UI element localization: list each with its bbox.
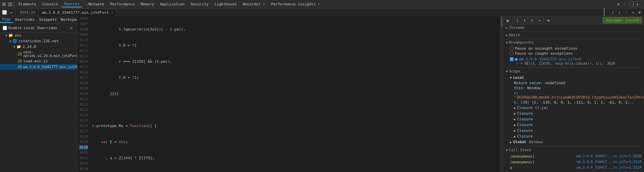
code-line-3614: , a = Z[144] * Z[379];	[92, 156, 500, 161]
closure-2-label: Closure	[517, 117, 532, 121]
global-arrow: ▶	[510, 140, 512, 144]
scope-this: this: Window	[514, 85, 641, 91]
more-options-icon[interactable]: ⋮	[622, 2, 627, 7]
breakpoints-section-header[interactable]: ▼ Breakpoints	[506, 40, 641, 45]
svg-rect-3	[8, 2, 10, 6]
bp-uncaught[interactable]: Pause on uncaught exceptions	[510, 46, 641, 51]
closure-rja-header[interactable]: ▶ Closure (r.ja)	[514, 105, 641, 111]
main-layout: Page Overrides Snippets Workspace >> + E…	[0, 16, 644, 172]
tree-load-min[interactable]: JS load.min.js	[0, 58, 77, 64]
js-file-icon: JS	[17, 59, 22, 63]
vertical-scrollbar[interactable]	[500, 16, 503, 172]
cb-caught[interactable]	[510, 52, 514, 55]
local-scope-header[interactable]: ▼ Local	[510, 75, 641, 80]
callstack-item-3[interactable]: (anonymous) wm.3.0.0_33d417...	[510, 171, 641, 172]
file-tab-bar: ⬜ ⇔ Init.js wm.3.0.0_33d41777.min.js%3Fv…	[0, 9, 644, 16]
callstack-item-1[interactable]: (anonymous) wm.3.0.0_33d417...in.js?v=1:…	[510, 159, 641, 165]
callstack-arrow: ▼	[506, 149, 508, 152]
step-out-icon[interactable]: ⬆	[529, 17, 535, 23]
closure-1-header[interactable]: ▶ Closure	[514, 111, 641, 116]
step-over-debug-icon[interactable]: ⤵	[514, 17, 520, 23]
local-label: Local	[513, 75, 524, 80]
callstack-item-0[interactable]: (anonymous) wm.3.0.0_33d417...in.js?v=1:…	[510, 154, 641, 159]
callstack-item-2[interactable]: a wm.3.0.0_33d417...in.js?v=1:1524	[510, 165, 641, 171]
scope-r-val: "JNJPObG9BLdmhE6.htjnjpGWk8CDPZBlQ.CXpgA…	[514, 95, 644, 100]
tab-lighthouse[interactable]: Lighthouse	[212, 1, 239, 7]
scrollbar-thumb[interactable]	[501, 17, 502, 27]
closure-3-header[interactable]: ▶ Closure	[514, 122, 641, 128]
divider	[506, 67, 641, 68]
bp-arrow: ▼	[506, 41, 508, 44]
enable-local-overrides-checkbox[interactable]	[3, 26, 7, 30]
add-breakpoint-icon[interactable]: ⊕	[637, 9, 643, 15]
sidebar-tab-workspace[interactable]: Workspace	[59, 17, 77, 22]
closure-1-label: Closure	[517, 111, 532, 116]
tab-wm-min-js[interactable]: wm.3.0.0_33d41777.min.js%3Fv=1 ✕	[39, 9, 116, 16]
tab-close-icon[interactable]: ✕	[111, 11, 113, 14]
bp-file-label[interactable]: wm.3.0.0_33d41777.min.js?v=1	[519, 57, 581, 61]
deactivate-bp-icon[interactable]: ⊕	[546, 17, 552, 23]
local-arrow: ▼	[510, 76, 512, 79]
tab-console[interactable]: Console	[40, 1, 61, 7]
format-icon[interactable]: { }	[603, 9, 609, 15]
overrides-settings-icon[interactable]: ↻	[68, 25, 74, 31]
step-icon[interactable]: →	[536, 17, 542, 23]
prev-occurrence-icon[interactable]: ↑	[610, 9, 616, 15]
tab-performance[interactable]: Performance	[108, 1, 137, 7]
scope-arrow: ▼	[506, 70, 508, 73]
tree-label: cstaticdun.126.net	[18, 39, 58, 43]
closure-2-header[interactable]: ▶ Closure	[514, 116, 641, 122]
local-scope-items: Return value: undefined this: Window r: …	[510, 80, 641, 139]
panel-layout-icon[interactable]	[7, 2, 13, 7]
tree-label: 2.24.0	[23, 45, 36, 49]
enable-local-overrides-row: Enable Local Overrides ↻	[0, 23, 77, 33]
toggle-sidebar-icon[interactable]: ⬜	[1, 9, 7, 15]
code-line-3606: t.lqa(error(n[3e5])) - t.pa(),	[92, 27, 500, 32]
callstack-section-header[interactable]: ▼ Call Stack	[506, 147, 641, 153]
sidebar-tab-page[interactable]: Page	[0, 16, 13, 23]
scope-section-header[interactable]: ▼ Scope	[506, 68, 641, 74]
tab-memory[interactable]: Memory	[138, 1, 157, 7]
call-file-0: wm.3.0.0_33d417...in.js?v=1:3630	[576, 154, 641, 159]
closure-5-header[interactable]: ▶ Closure	[514, 133, 641, 139]
tab-network[interactable]: ⚠Network	[83, 1, 107, 7]
tab-security[interactable]: Security	[188, 1, 211, 7]
step-into-debug-icon[interactable]: ⬇	[522, 17, 528, 23]
sidebar-tab-overrides[interactable]: Overrides	[13, 17, 37, 22]
settings-icon[interactable]: ⚙	[616, 2, 621, 7]
bp-caught-label: Pause on caught exceptions	[515, 51, 573, 56]
bp-caught[interactable]: Pause on caught exceptions	[510, 51, 641, 56]
closure-4-header[interactable]: ▶ Closure	[514, 128, 641, 133]
watch-section-header[interactable]: ▶ Watch	[506, 32, 641, 38]
tree-version[interactable]: ▼ 📁 2.24.0	[0, 44, 77, 50]
svg-rect-1	[2, 4, 6, 4]
next-occurrence-icon[interactable]: ↓	[616, 9, 622, 15]
tab-performance-insights[interactable]: Performance insights ⚡	[269, 1, 323, 7]
devtools-menu-icon[interactable]	[1, 2, 7, 7]
step-into-icon[interactable]: →	[630, 9, 636, 15]
tab-application[interactable]: Application	[157, 1, 187, 7]
cb-wm-js[interactable]	[510, 57, 514, 61]
split-editor-icon[interactable]: ⇔	[8, 9, 14, 15]
tab-init-js[interactable]: Init.js	[17, 9, 38, 16]
tree-label: core-optimi.v2.24.0.min.js%3Fv=1	[23, 50, 77, 58]
tab-recorder[interactable]: Recorder ⚡	[240, 1, 268, 7]
tab-sources[interactable]: Sources	[61, 1, 82, 7]
global-scope-header[interactable]: ▶ Global Window	[510, 139, 641, 145]
bp-code-preview: r = RE(iE, Z[678], void 0)(a.concat(r, t…	[510, 62, 641, 65]
global-val: Window	[529, 140, 542, 144]
tree-core-optimi[interactable]: JS core-optimi.v2.24.0.min.js%3Fv=1	[0, 50, 77, 58]
tree-xxx[interactable]: ▼ 📁 xxx	[0, 33, 77, 38]
resume-icon[interactable]: ▶	[505, 17, 511, 23]
tree-wm-js[interactable]: JS wm.3.0.0_33d41777.min.js%3Fv=1	[0, 64, 77, 70]
sidebar-tab-snippets[interactable]: Snippets	[37, 17, 59, 22]
tree-domain[interactable]: ▼ 🌐 cstaticdun.126.net	[0, 38, 77, 44]
bp-line-num: 3630	[607, 62, 615, 65]
cb-uncaught[interactable]	[510, 47, 514, 50]
code-line-3607: t.H = !1	[92, 43, 500, 48]
threads-section-header[interactable]: ▶ Threads	[506, 25, 641, 31]
tab-elements[interactable]: Elements	[16, 1, 39, 7]
step-over-icon[interactable]: →	[623, 9, 629, 15]
right-panel: ▶ ⤵ ⬇ ⬆ → ⊕ Debugger paused ▶ Threads ▶ …	[503, 16, 644, 172]
code-editor[interactable]: 3606 3607 3608 3609 3610 3611 3612 3613 …	[77, 16, 503, 172]
